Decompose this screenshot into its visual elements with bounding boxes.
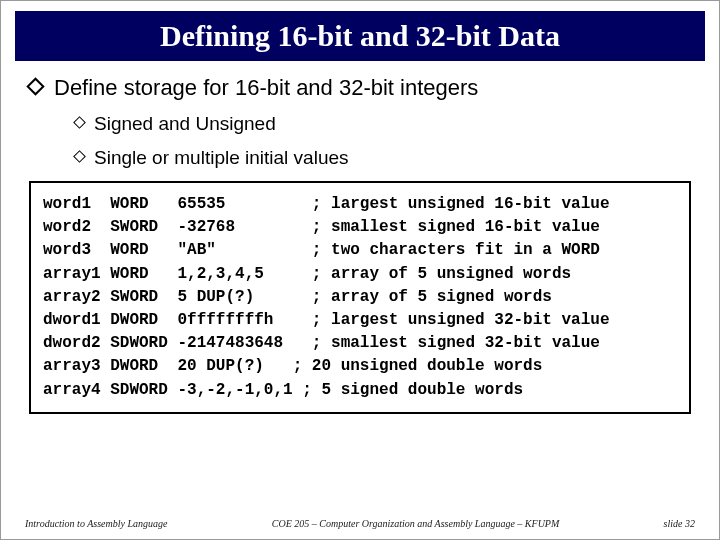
footer-center: COE 205 – Computer Organization and Asse… xyxy=(168,518,664,529)
small-diamond-icon xyxy=(73,116,86,129)
small-diamond-icon xyxy=(73,150,86,163)
title-bar: Defining 16-bit and 32-bit Data xyxy=(15,11,705,61)
sub-bullet: Signed and Unsigned xyxy=(75,113,691,135)
sub-bullet-list: Signed and Unsigned Single or multiple i… xyxy=(75,113,691,169)
content-area: Define storage for 16-bit and 32-bit int… xyxy=(1,61,719,169)
sub-bullet-text: Single or multiple initial values xyxy=(94,147,349,169)
footer-left: Introduction to Assembly Language xyxy=(25,518,168,529)
footer: Introduction to Assembly Language COE 20… xyxy=(1,518,719,529)
main-bullet: Define storage for 16-bit and 32-bit int… xyxy=(29,75,691,101)
main-bullet-text: Define storage for 16-bit and 32-bit int… xyxy=(54,75,478,101)
footer-right: slide 32 xyxy=(664,518,695,529)
diamond-bullet-icon xyxy=(26,77,44,95)
sub-bullet: Single or multiple initial values xyxy=(75,147,691,169)
slide-title: Defining 16-bit and 32-bit Data xyxy=(15,19,705,53)
code-block: word1 WORD 65535 ; largest unsigned 16-b… xyxy=(29,181,691,414)
sub-bullet-text: Signed and Unsigned xyxy=(94,113,276,135)
